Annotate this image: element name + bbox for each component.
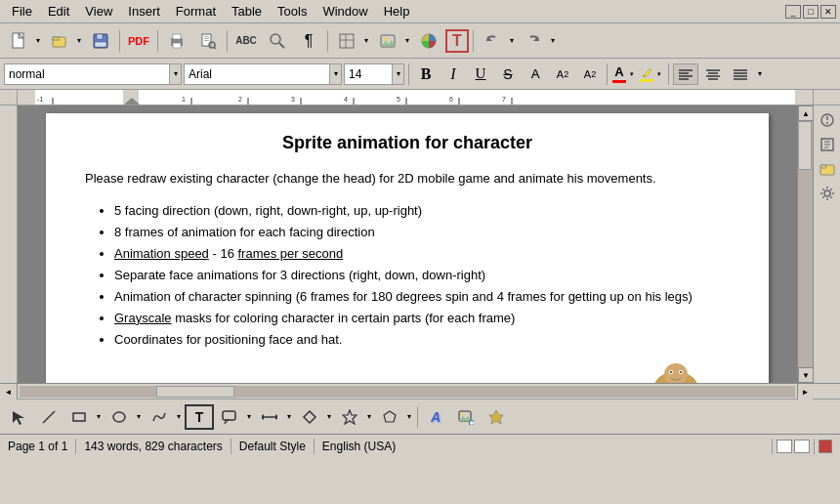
vertical-scrollbar[interactable]: ▲ ▼ (797, 105, 813, 383)
font-select[interactable] (184, 63, 330, 85)
svg-point-81 (113, 412, 125, 422)
menu-view[interactable]: View (77, 2, 120, 21)
hscroll-thumb[interactable] (156, 386, 234, 398)
close-button[interactable]: ✕ (820, 5, 836, 19)
callout-tool[interactable] (215, 404, 244, 430)
stars-tool-arrow[interactable]: ▾ (364, 404, 374, 430)
menu-insert[interactable]: Insert (120, 2, 168, 21)
menu-window[interactable]: Window (315, 2, 375, 21)
text-tool[interactable]: T (185, 404, 214, 430)
panel-text-icon[interactable] (817, 134, 838, 155)
open-dropdown-arrow[interactable]: ▾ (74, 28, 84, 54)
callouts2-tool-group: ▾ (375, 404, 414, 430)
svg-line-15 (214, 47, 216, 49)
menu-format[interactable]: Format (168, 2, 224, 21)
select-tool[interactable] (4, 404, 33, 430)
panel-properties-icon[interactable] (817, 109, 838, 131)
image-dropdown-arrow[interactable]: ▾ (402, 28, 412, 54)
freehand-tool-arrow[interactable]: ▾ (174, 404, 184, 430)
menu-file[interactable]: File (4, 2, 40, 21)
shadow-text-button[interactable]: A (523, 63, 548, 85)
style-select[interactable] (4, 63, 170, 85)
special-shapes-button[interactable] (482, 404, 511, 430)
scroll-thumb[interactable] (798, 121, 812, 170)
scroll-down-button[interactable]: ▼ (798, 367, 814, 383)
font-combo[interactable]: ▾ (184, 63, 342, 85)
insert-image-button[interactable] (451, 404, 481, 430)
size-combo[interactable]: ▾ (344, 63, 404, 85)
flowchart-tool[interactable] (295, 404, 324, 430)
size-dropdown-arrow[interactable]: ▾ (393, 63, 404, 85)
save-button[interactable] (86, 28, 115, 54)
underline-button[interactable]: U (468, 63, 493, 85)
svg-marker-85 (275, 414, 277, 420)
highlight-button[interactable]: ▾ (639, 63, 664, 85)
ellipse-tool-arrow[interactable]: ▾ (134, 404, 144, 430)
align-left-button[interactable] (673, 63, 698, 85)
subscript-button[interactable]: A2 (577, 63, 603, 85)
panel-gear-icon[interactable] (817, 183, 838, 204)
preview-button[interactable] (193, 28, 223, 54)
textart-button[interactable]: A (421, 404, 450, 430)
undo-button[interactable] (478, 28, 507, 54)
spellcheck-button[interactable]: ABC (231, 28, 261, 54)
rect-tool[interactable] (64, 404, 94, 430)
nonprinting-button[interactable]: ¶ (294, 28, 323, 54)
bold-button[interactable]: B (413, 63, 439, 85)
hscroll-right-button[interactable]: ► (797, 384, 813, 399)
stars-tool[interactable] (335, 404, 364, 430)
scroll-up-button[interactable]: ▲ (798, 105, 814, 121)
find-button[interactable] (263, 28, 292, 54)
menu-help[interactable]: Help (376, 2, 418, 21)
ellipse-tool[interactable] (105, 404, 134, 430)
image-button[interactable] (373, 28, 402, 54)
freehand-tool[interactable] (145, 404, 174, 430)
arrows-tool[interactable] (255, 404, 284, 430)
font-color-button[interactable]: A ▾ (611, 63, 637, 85)
line-tool[interactable] (34, 404, 63, 430)
style-dropdown-arrow[interactable]: ▾ (170, 63, 182, 85)
font-dropdown-arrow[interactable]: ▾ (330, 63, 342, 85)
paragraph-dropdown-arrow[interactable]: ▾ (755, 62, 765, 87)
callouts2-tool-arrow[interactable]: ▾ (404, 404, 414, 430)
rect-tool-arrow[interactable]: ▾ (94, 404, 104, 430)
pdf-button[interactable]: PDF (124, 28, 153, 54)
redo-button[interactable] (519, 28, 548, 54)
align-center-button[interactable] (700, 63, 726, 85)
print-button[interactable] (162, 28, 191, 54)
superscript-button[interactable]: A2 (550, 63, 575, 85)
open-button[interactable] (45, 28, 74, 54)
maximize-button[interactable]: □ (803, 5, 819, 19)
align-more-button[interactable] (728, 63, 753, 85)
size-select[interactable] (344, 63, 393, 85)
document-scroll[interactable]: Sprite animation for character Please re… (18, 105, 797, 383)
italic-button[interactable]: I (441, 63, 466, 85)
view-web-button[interactable] (794, 440, 810, 453)
flowchart-tool-arrow[interactable]: ▾ (324, 404, 334, 430)
record-button[interactable] (819, 440, 832, 453)
chart-button[interactable] (414, 28, 443, 54)
redo-dropdown-arrow[interactable]: ▾ (548, 28, 558, 54)
callout-tool-arrow[interactable]: ▾ (244, 404, 254, 430)
style-combo[interactable]: ▾ (4, 63, 182, 85)
svg-line-18 (279, 43, 284, 48)
undo-dropdown-arrow[interactable]: ▾ (507, 28, 517, 54)
highlight-arrow[interactable]: ▾ (654, 62, 663, 87)
table-dropdown-arrow[interactable]: ▾ (361, 28, 371, 54)
arrows-tool-arrow[interactable]: ▾ (284, 404, 294, 430)
new-button[interactable] (4, 28, 33, 54)
minimize-button[interactable]: _ (785, 5, 801, 19)
menu-edit[interactable]: Edit (40, 2, 77, 21)
view-normal-button[interactable] (777, 440, 792, 453)
menu-tools[interactable]: Tools (270, 2, 315, 21)
panel-folder-icon[interactable] (817, 158, 838, 180)
strikethrough-button[interactable]: S (495, 63, 521, 85)
table-button[interactable] (332, 28, 361, 54)
callouts2-tool[interactable] (375, 404, 404, 430)
font-color-arrow[interactable]: ▾ (627, 62, 636, 87)
textbox-button[interactable]: T (445, 29, 469, 53)
menu-table[interactable]: Table (224, 2, 270, 21)
separator (668, 63, 669, 85)
hscroll-left-button[interactable]: ◄ (0, 384, 18, 399)
new-dropdown-arrow[interactable]: ▾ (33, 28, 43, 54)
